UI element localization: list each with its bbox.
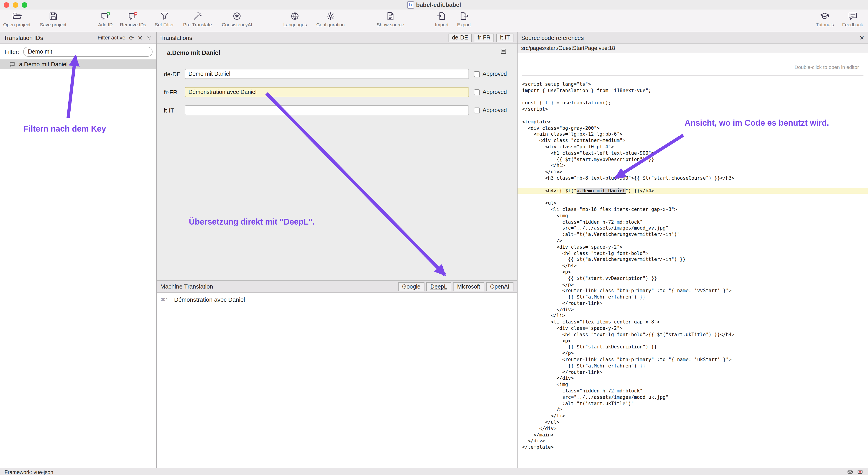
feedback-bubble-icon — [847, 11, 858, 21]
export-button[interactable]: Export — [457, 11, 471, 27]
keyboard-icon[interactable] — [847, 469, 854, 475]
mt-shortcut-badge: ⌘1 — [161, 297, 169, 302]
toolbar-label: Feedback — [842, 22, 863, 27]
translation-ids-panel: Translation IDs Filter active ⟳ ✕ Filter… — [0, 32, 157, 468]
filter-funnel-icon — [159, 11, 169, 21]
consistency-ai-button[interactable]: ConsistencyAI — [222, 11, 252, 27]
toolbar-label: ConsistencyAI — [222, 22, 252, 27]
approved-label: Approved — [483, 89, 507, 95]
statusbar: Framework: vue-json — [0, 468, 868, 475]
close-panel-icon[interactable]: ✕ — [859, 34, 864, 41]
machine-translation-body: ⌘1 Démonstration avec Daniel — [157, 293, 517, 468]
entry-note-icon[interactable] — [500, 48, 507, 55]
filter-row: Filter: — [0, 43, 156, 60]
toolbar-label: Add ID — [98, 22, 113, 27]
remove-ids-icon — [128, 11, 138, 21]
pre-translate-button[interactable]: Pre-Translate — [183, 11, 212, 27]
import-button[interactable]: Import — [435, 11, 448, 27]
configuration-button[interactable]: Configuration — [316, 11, 345, 27]
window-title: babel-edit.babel — [416, 1, 461, 8]
filter-funnel-icon[interactable] — [146, 34, 153, 41]
translation-input-de-DE[interactable] — [185, 69, 469, 79]
app-window: b babel-edit.babel Open project Save pro… — [0, 0, 868, 475]
translation-input-it-IT[interactable] — [185, 105, 469, 115]
toolbar: Open project Save project Add ID Remove … — [0, 9, 868, 32]
consistency-badge-icon — [232, 11, 242, 21]
filter-active-label: Filter active — [98, 34, 126, 41]
translation-input-fr-FR[interactable] — [185, 87, 469, 97]
toolbar-label: Export — [457, 22, 471, 27]
lang-toggle-de-DE[interactable]: de-DE — [448, 33, 472, 42]
entry-title: a.Demo mit Daniel — [167, 49, 220, 56]
filter-label: Filter: — [4, 48, 19, 55]
highlighted-translation-key: a.Demo mit Daniel — [577, 188, 625, 194]
provider-deepl-button[interactable]: DeepL — [426, 282, 451, 291]
close-window-button[interactable] — [4, 2, 9, 7]
language-toggle-group: de-DE fr-FR it-IT — [448, 33, 514, 42]
lang-label: de-DE — [164, 71, 185, 77]
approved-checkbox-de-DE[interactable] — [474, 71, 480, 77]
approved-label: Approved — [483, 107, 507, 113]
toolbar-label: Configuration — [316, 22, 345, 27]
lang-toggle-fr-FR[interactable]: fr-FR — [474, 33, 494, 42]
translation-row-fr-FR: fr-FR Approved — [164, 87, 510, 98]
refresh-filter-icon[interactable]: ⟳ — [129, 35, 134, 41]
editor-hint: Double-click to open in editor — [522, 59, 864, 76]
save-icon — [48, 11, 58, 21]
gear-icon — [325, 11, 336, 21]
minimize-window-button[interactable] — [13, 2, 18, 7]
toolbar-label: Pre-Translate — [183, 22, 212, 27]
languages-button[interactable]: Languages — [283, 11, 307, 27]
toolbar-label: Save project — [40, 22, 66, 27]
tutorials-button[interactable]: Tutorials — [816, 11, 834, 27]
add-id-icon — [100, 11, 111, 21]
panel-title: Translation IDs — [4, 34, 43, 41]
translations-body: a.Demo mit Daniel de-DE Approved fr-FR — [157, 43, 517, 280]
screen-record-icon[interactable] — [857, 469, 864, 475]
translation-id-label: a.Demo mit Daniel — [19, 61, 68, 68]
window-title-area: b babel-edit.babel — [407, 1, 461, 8]
source-panel-header: Source code references ✕ — [518, 32, 868, 43]
translation-bubble-icon — [9, 61, 16, 67]
code-area: Double-click to open in editor <script s… — [518, 53, 868, 468]
globe-icon — [290, 11, 300, 21]
source-file-reference[interactable]: src/pages/start/GuestStartPage.vue:18 — [518, 43, 868, 53]
translation-row-de-DE: de-DE Approved — [164, 68, 510, 79]
toolbar-label: Import — [435, 22, 448, 27]
approved-label: Approved — [483, 71, 507, 77]
translations-panel: Translations de-DE fr-FR it-IT a.Demo mi… — [157, 32, 517, 468]
traffic-lights — [4, 0, 27, 9]
set-filter-button[interactable]: Set Filter — [155, 11, 174, 27]
remove-ids-button[interactable]: Remove IDs — [120, 11, 146, 27]
zoom-window-button[interactable] — [22, 2, 27, 7]
feedback-button[interactable]: Feedback — [842, 11, 863, 27]
translation-row-it-IT: it-IT Approved — [164, 105, 510, 116]
toolbar-label: Remove IDs — [120, 22, 146, 27]
export-icon — [459, 11, 469, 21]
lang-toggle-it-IT[interactable]: it-IT — [496, 33, 514, 42]
toolbar-label: Set Filter — [155, 22, 174, 27]
provider-openai-button[interactable]: OpenAI — [486, 282, 514, 291]
translation-id-list-item[interactable]: a.Demo mit Daniel — [0, 60, 156, 69]
approved-checkbox-fr-FR[interactable] — [474, 89, 480, 95]
clear-filter-icon[interactable]: ✕ — [137, 35, 143, 41]
open-project-button[interactable]: Open project — [3, 11, 30, 27]
show-source-button[interactable]: Show source — [377, 11, 404, 27]
import-icon — [436, 11, 447, 21]
provider-microsoft-button[interactable]: Microsoft — [453, 282, 484, 291]
provider-google-button[interactable]: Google — [398, 282, 425, 291]
file-ref-label: src/pages/start/GuestStartPage.vue:18 — [521, 45, 615, 51]
translations-header: Translations de-DE fr-FR it-IT — [157, 32, 517, 43]
approved-checkbox-it-IT[interactable] — [474, 107, 480, 113]
add-id-button[interactable]: Add ID — [98, 11, 113, 27]
machine-translation-header: Machine Translation Google DeepL Microso… — [157, 280, 517, 293]
app-document-icon: b — [407, 1, 414, 8]
toolbar-label: Open project — [3, 22, 30, 27]
mt-suggestion-row[interactable]: ⌘1 Démonstration avec Daniel — [157, 293, 517, 303]
framework-label: Framework: vue-json — [4, 469, 53, 475]
panel-title: Translations — [160, 34, 192, 41]
filter-input[interactable] — [23, 47, 153, 57]
code-block: <script setup lang="ts">import { useTran… — [522, 76, 864, 450]
save-project-button[interactable]: Save project — [40, 11, 66, 27]
translation-ids-header: Translation IDs Filter active ⟳ ✕ — [0, 32, 156, 43]
